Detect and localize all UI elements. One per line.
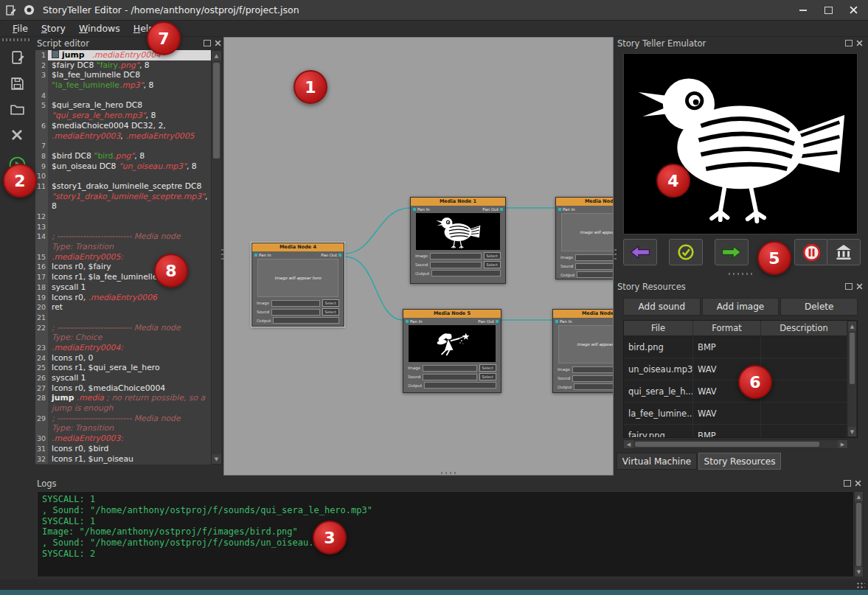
code-line[interactable]: 12 xyxy=(35,212,211,222)
float-panel-icon[interactable] xyxy=(845,283,853,290)
code-line[interactable]: 21 xyxy=(35,313,211,323)
node-dropdown[interactable] xyxy=(572,375,614,382)
next-button[interactable] xyxy=(715,239,749,265)
node-port-in[interactable]: Pan In xyxy=(555,319,572,324)
scroll-down-icon[interactable]: ▼ xyxy=(212,454,221,464)
new-script-button[interactable] xyxy=(6,47,28,68)
node-dropdown[interactable] xyxy=(423,365,476,372)
code-line[interactable]: "story1_drako_luminelle_sceptre.mp3", xyxy=(35,192,211,202)
save-button[interactable] xyxy=(6,73,28,94)
code-line[interactable]: 18syscall 1 xyxy=(35,282,211,293)
node-port-out[interactable]: Pan Out xyxy=(478,319,499,324)
code-line[interactable]: 1jump .mediaEntry0004 xyxy=(35,50,211,60)
code-line[interactable]: .mediaEntry0003, .mediaEntry0005 xyxy=(35,131,211,142)
logs-scrollbar[interactable]: ▲ ▼ xyxy=(854,491,864,577)
column-header[interactable]: Description xyxy=(761,321,847,335)
script-editor-scrollbar[interactable]: ▲ ▼ xyxy=(211,50,222,464)
node-dropdown[interactable] xyxy=(271,309,319,316)
node-select-button[interactable]: Select xyxy=(484,261,501,268)
node-dropdown[interactable] xyxy=(424,382,496,389)
node-graph-canvas[interactable]: Media Node 4Pan InPan OutImage will appe… xyxy=(223,37,614,476)
node-dropdown[interactable] xyxy=(575,254,614,261)
graph-node[interactable]: Media Node 4Pan InPan OutImage will appe… xyxy=(251,243,344,327)
tab-virtual-machine[interactable]: Virtual Machine xyxy=(617,453,697,470)
close-project-button[interactable] xyxy=(6,125,28,145)
node-port-in[interactable]: Pan In xyxy=(558,207,575,212)
node-dropdown[interactable] xyxy=(430,262,481,268)
node-select-button[interactable]: Select xyxy=(484,252,501,260)
code-line[interactable]: 24lcons r0, 0 xyxy=(35,353,211,363)
scroll-up-icon[interactable]: ▲ xyxy=(848,321,856,331)
node-select-button[interactable]: Select xyxy=(479,364,496,372)
code-line[interactable]: 31lcons r0, $bird xyxy=(35,444,211,454)
validate-button[interactable] xyxy=(669,239,703,265)
code-line[interactable]: 23.mediaEntry0004: xyxy=(35,343,211,353)
node-port-out[interactable]: Pan Out xyxy=(321,253,341,257)
close-button[interactable] xyxy=(843,3,864,18)
scroll-left-icon[interactable]: ◀ xyxy=(624,440,633,448)
code-line[interactable]: jump is enough xyxy=(35,403,211,414)
open-button[interactable] xyxy=(6,99,28,119)
code-line[interactable]: 13 xyxy=(35,222,211,232)
maximize-button[interactable] xyxy=(818,3,839,18)
toolbar-grip[interactable] xyxy=(2,38,30,41)
scrollbar-thumb[interactable] xyxy=(213,63,220,159)
code-line[interactable]: Type: Transition xyxy=(35,423,211,434)
code-line[interactable]: 8 xyxy=(35,201,211,212)
float-panel-icon[interactable] xyxy=(204,40,211,46)
graph-node[interactable]: Media Node 5Pan InPan Out ImageSelectSou… xyxy=(403,309,501,393)
code-line[interactable]: 2$fairy DC8 "fairy.png", 8 xyxy=(35,60,211,71)
code-line[interactable]: 19lcons r0, .mediaEntry0006 xyxy=(35,293,211,303)
node-port-in[interactable]: Pan In xyxy=(254,253,271,257)
code-line[interactable]: Type: Transition xyxy=(35,242,211,252)
menu-item-windows[interactable]: Windows xyxy=(72,21,127,35)
scroll-down-icon[interactable]: ▼ xyxy=(848,427,856,436)
node-dropdown[interactable] xyxy=(431,270,501,276)
code-line[interactable]: 28jump .media ; no return possible, so a xyxy=(35,393,211,403)
code-line[interactable]: 20ret xyxy=(35,302,211,313)
pause-button[interactable] xyxy=(794,239,828,265)
table-h-scrollbar[interactable]: ◀ ▶ xyxy=(623,439,848,449)
scroll-down-icon[interactable]: ▼ xyxy=(855,567,863,577)
node-dropdown[interactable] xyxy=(572,366,614,373)
code-line[interactable]: "qui_sera_le_hero.mp3", 8 xyxy=(35,111,211,121)
node-dropdown[interactable] xyxy=(423,374,476,380)
tab-story-resources[interactable]: Story Resources xyxy=(698,453,781,470)
code-line[interactable]: 27lcons r0, $mediaChoice0004 xyxy=(35,383,211,394)
code-line[interactable]: 7 xyxy=(35,141,211,151)
splitter-canvas-logs[interactable] xyxy=(441,472,459,474)
table-row[interactable]: fairy.pngBMP xyxy=(624,425,847,438)
code-line[interactable]: 30.mediaEntry0003: xyxy=(35,434,211,444)
home-button[interactable] xyxy=(827,239,861,265)
table-row[interactable]: qui_sera_le_h...WAV xyxy=(624,380,847,403)
scroll-right-icon[interactable]: ▶ xyxy=(838,440,847,448)
code-line[interactable]: 4 xyxy=(35,91,211,101)
scroll-up-icon[interactable]: ▲ xyxy=(212,51,221,60)
code-line[interactable]: 14; -------------------------- Media nod… xyxy=(35,232,211,242)
node-dropdown[interactable] xyxy=(271,300,319,307)
back-button[interactable] xyxy=(623,239,657,265)
script-code-area[interactable]: 1jump .mediaEntry00042$fairy DC8 "fairy.… xyxy=(35,50,211,464)
column-header[interactable]: Format xyxy=(693,321,761,335)
graph-node[interactable]: Media Node 3Pan InPan OutImage will appe… xyxy=(552,309,614,393)
graph-node[interactable]: Media Node 2Pan InPan OutImage will appe… xyxy=(555,197,614,279)
scrollbar-thumb[interactable] xyxy=(635,442,819,447)
node-dropdown[interactable] xyxy=(575,263,614,270)
menu-item-file[interactable]: File xyxy=(6,21,35,35)
node-port-in[interactable]: Pan In xyxy=(406,319,423,324)
add-sound-button[interactable]: Add sound xyxy=(623,298,701,316)
table-row[interactable]: la_fee_lumine...WAV xyxy=(624,403,847,425)
code-line[interactable]: 11$story1_drako_luminelle_sceptre DC8 xyxy=(35,181,211,192)
close-panel-icon[interactable] xyxy=(856,40,863,46)
code-line[interactable]: "la_fee_luminelle.mp3", 8 xyxy=(35,80,211,91)
menu-item-story[interactable]: Story xyxy=(35,21,72,35)
delete-button[interactable]: Delete xyxy=(780,298,858,316)
node-dropdown[interactable] xyxy=(430,253,481,260)
float-panel-icon[interactable] xyxy=(845,40,853,46)
code-line[interactable]: Type: Choice xyxy=(35,333,211,343)
code-line[interactable]: 32lcons r1, $un_oiseau xyxy=(35,454,211,464)
logs-content[interactable]: SYSCALL: 1, Sound: "/home/anthony/ostpro… xyxy=(37,491,854,577)
code-line[interactable]: 26syscall 1 xyxy=(35,373,211,383)
float-panel-icon[interactable] xyxy=(844,480,851,487)
node-dropdown[interactable] xyxy=(574,383,614,390)
